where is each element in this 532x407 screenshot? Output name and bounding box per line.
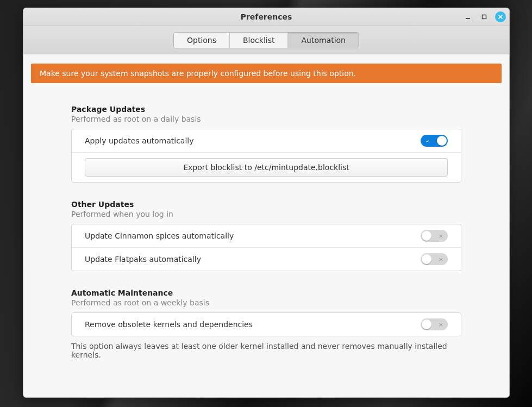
row-export: Export blocklist to /etc/mintupdate.bloc… [72,153,461,182]
section-note: This option always leaves at least one o… [71,342,461,359]
row-label: Apply updates automatically [85,136,194,145]
section-subtitle: Performed when you log in [71,210,461,218]
section-package-updates: Package Updates Performed as root on a d… [71,105,461,183]
section-title: Other Updates [71,200,461,209]
titlebar: Preferences [23,8,509,26]
x-icon: × [439,256,443,262]
minimize-button[interactable] [462,11,473,22]
section-other-updates: Other Updates Performed when you log in … [71,200,461,271]
tab-options[interactable]: Options [174,33,230,48]
x-icon: × [439,322,443,328]
toggle-remove-kernels[interactable]: × [421,318,448,330]
toggle-knob [422,254,431,264]
toggle-flatpaks[interactable]: × [421,253,448,265]
toggle-knob [422,231,431,241]
toggle-cinnamon-spices[interactable]: × [421,230,448,242]
content-area: Package Updates Performed as root on a d… [23,83,509,359]
row-apply-updates: Apply updates automatically ✓ [72,129,461,153]
export-blocklist-button[interactable]: Export blocklist to /etc/mintupdate.bloc… [85,158,448,177]
section-subtitle: Performed as root on a daily basis [71,115,461,123]
toggle-apply-updates[interactable]: ✓ [421,135,448,147]
toggle-knob [422,320,431,329]
tab-group: Options Blocklist Automation [173,32,359,48]
close-icon [498,14,503,20]
preferences-window: Preferences Options Blocklist Automation… [23,8,510,398]
row-cinnamon-spices: Update Cinnamon spices automatically × [72,224,461,248]
minimize-icon [465,14,471,20]
section-automatic-maintenance: Automatic Maintenance Performed as root … [71,289,461,359]
maximize-button[interactable] [479,11,490,22]
tabbar: Options Blocklist Automation [23,26,509,54]
panel-other: Update Cinnamon spices automatically × U… [71,224,461,271]
row-flatpaks: Update Flatpaks automatically × [72,248,461,271]
section-title: Automatic Maintenance [71,289,461,297]
check-icon: ✓ [425,138,430,144]
window-title: Preferences [241,12,292,21]
warning-banner: Make sure your system snapshots are prop… [31,64,502,83]
tab-automation[interactable]: Automation [288,33,359,48]
row-label: Remove obsolete kernels and dependencies [85,320,253,329]
section-title: Package Updates [71,105,461,114]
row-label: Update Flatpaks automatically [85,255,201,264]
panel-maintenance: Remove obsolete kernels and dependencies… [71,312,461,336]
row-remove-kernels: Remove obsolete kernels and dependencies… [72,313,461,336]
maximize-icon [481,14,487,20]
toggle-knob [437,136,447,146]
close-button[interactable] [495,11,506,22]
tab-blocklist[interactable]: Blocklist [230,33,288,48]
x-icon: × [439,233,443,239]
window-controls [462,11,506,22]
row-label: Update Cinnamon spices automatically [85,231,234,240]
svg-rect-1 [483,15,486,19]
section-subtitle: Performed as root on a weekly basis [71,298,461,307]
panel-package: Apply updates automatically ✓ Export blo… [71,129,461,183]
